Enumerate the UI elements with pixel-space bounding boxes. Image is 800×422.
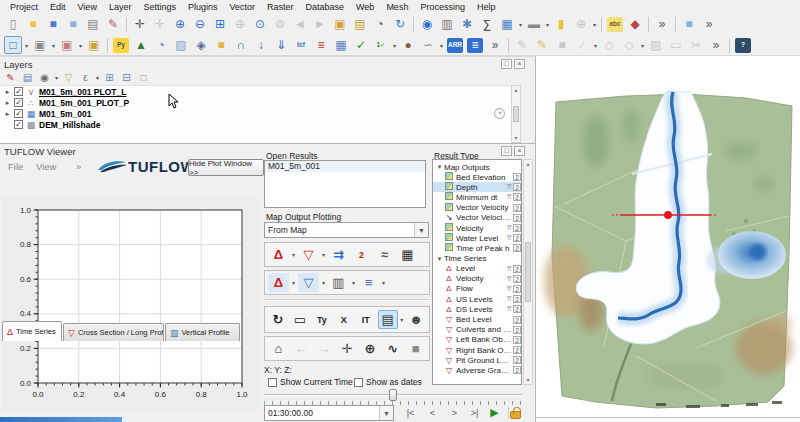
secondary-axis-badge[interactable]: 2 (513, 295, 521, 303)
axis-arrows-icon[interactable]: ⇈ (506, 305, 512, 313)
cut-features-button[interactable]: ✂ (687, 36, 705, 54)
plot-pan-button[interactable]: ✛ (337, 339, 358, 358)
layer-row-1[interactable]: ▸✓∨M01_5m_001 PLOT_L (0, 86, 521, 97)
zoom-to-selection-button[interactable]: ⊕ (231, 15, 249, 33)
tuflow-float-button[interactable]: □ (501, 146, 512, 156)
menu-item-edit[interactable]: Edit (44, 2, 72, 12)
toolbar-overflow-1-button[interactable]: » (653, 15, 671, 33)
datasource-manager-button[interactable]: ■ (680, 15, 698, 33)
deselect-all-button[interactable]: ▣ (58, 36, 76, 54)
secondary-axis-badge[interactable]: 2 (513, 275, 521, 283)
chevron-down-icon[interactable]: ▾ (350, 279, 357, 286)
play-button[interactable]: ▶ (486, 405, 503, 420)
freeze-axis-x-button[interactable]: X (334, 310, 354, 329)
tab-time-series[interactable]: ΔTime Series (2, 321, 62, 341)
result-item-left-bank-obvert[interactable]: ▽Left Bank Obvert2 (433, 335, 521, 345)
chevron-down-icon[interactable]: ▾ (53, 74, 60, 81)
secondary-axis-badge[interactable]: 2 (513, 214, 521, 222)
tree-group-time-series[interactable]: ▾Time Series (433, 254, 521, 264)
plot-save-button[interactable]: ■ (405, 339, 426, 358)
toolbar-overflow-3-button[interactable]: » (486, 36, 504, 54)
scrollbar-thumb[interactable] (513, 106, 519, 122)
tuflow-docs-button[interactable]: ≡ (467, 38, 483, 53)
profile-3d-plot-button[interactable]: ≡ (358, 273, 379, 292)
import-results-button[interactable]: ↓ (252, 36, 270, 54)
result-item-vector-velocity-ve[interactable]: ↘Vector Velocity Ve2 (433, 213, 521, 223)
chevron-down-icon[interactable]: ▾ (592, 42, 599, 49)
secondary-axis-badge[interactable]: 2 (513, 204, 521, 212)
zoom-in-button[interactable]: ⊕ (171, 15, 189, 33)
timeseries-plot-button[interactable]: Δ (268, 245, 289, 264)
collapse-all-button[interactable]: ⊟ (119, 71, 134, 85)
style-manager-button[interactable]: ✎ (104, 15, 122, 33)
identify-features-button[interactable]: ◉ (418, 15, 436, 33)
reimport-results-button[interactable]: ⇓ (272, 36, 290, 54)
curtain-plot-button[interactable]: ▦ (397, 245, 418, 264)
new-project-button[interactable]: ▯ (4, 15, 22, 33)
measure-line-button[interactable]: ▬ (525, 15, 543, 33)
vertical-profile-plot-button[interactable]: ▥ (328, 273, 349, 292)
chevron-down-icon[interactable]: ▾ (399, 316, 406, 323)
tab-cross-section-long-profile[interactable]: ▽Cross Section / Long Profile (63, 323, 164, 341)
tuflow-windows-button[interactable]: ▦ (332, 36, 350, 54)
map-output-plotting-combo[interactable]: From Map ▼ (264, 222, 429, 238)
secondary-axis-badge[interactable]: 2 (513, 265, 521, 273)
toggle-editing-button[interactable]: ✎ (533, 36, 551, 54)
manage-map-themes-button[interactable]: ◉ (37, 71, 52, 85)
save-project-as-button[interactable]: ■ (64, 15, 82, 33)
flux-plot-button[interactable]: ⇉ (328, 245, 349, 264)
time-first-button[interactable]: |< (402, 405, 419, 420)
legend-options-button[interactable]: ▤ (378, 310, 398, 329)
zoom-native-button[interactable]: ⊚ (271, 15, 289, 33)
layer-row-3[interactable]: ▸✓▦M01_5m_001 (0, 108, 521, 119)
result-item-right-bank-obvert[interactable]: ▽Right Bank Obvert2 (433, 345, 521, 355)
open-results-list[interactable]: M01_5m_001 (264, 160, 426, 208)
layer-visibility-checkbox[interactable]: ✓ (14, 87, 23, 96)
map-tips-button[interactable]: ▮ (552, 15, 570, 33)
tab-vertical-profile[interactable]: ▥Vertical Profile (165, 323, 240, 341)
result-item-minimum-dt[interactable]: Minimum dt⇈2 (433, 192, 521, 202)
menu-item-vector[interactable]: Vector (223, 2, 261, 12)
result-item-flow[interactable]: ΔFlow⇈2 (433, 284, 521, 294)
attachment-tool-button[interactable]: ∽ (419, 36, 437, 54)
zoom-out-button[interactable]: ⊖ (191, 15, 209, 33)
result-item-depth[interactable]: Depth⇈2 (433, 182, 521, 192)
processing-toolbox-button[interactable]: ✱ (458, 15, 476, 33)
secondary-axis-badge[interactable]: 2 (513, 224, 521, 232)
delete-selected-button[interactable]: ▭ (667, 36, 685, 54)
add-feature-button[interactable]: ∕ (573, 36, 591, 54)
axis-arrows-icon[interactable]: ⇈ (506, 224, 512, 232)
chevron-down-icon[interactable]: ▾ (290, 251, 297, 258)
chevron-down-icon[interactable]: ▾ (23, 42, 30, 49)
cross-section-depth-plot-button[interactable]: ▽ (298, 273, 319, 292)
expander-icon[interactable]: ▾ (435, 163, 444, 171)
layer-labeling-button[interactable]: abc (607, 17, 623, 32)
result-item-pit-ground-levels[interactable]: ▽Pit Ground Levels2 (433, 355, 521, 365)
timeseries-depth-plot-button[interactable]: Δ (268, 273, 289, 292)
toolbar-overflow-4-button[interactable]: » (707, 36, 725, 54)
decorations-button[interactable]: ◆ (626, 15, 644, 33)
lock-icon[interactable] (510, 411, 521, 419)
result-item-bed-level[interactable]: ▽Bed Level2 (433, 314, 521, 324)
freeze-axis-both-button[interactable]: IT (356, 310, 376, 329)
show-statistics-button[interactable]: ∑ (478, 15, 496, 33)
tuflow-close-button[interactable]: × (514, 146, 525, 156)
zoom-full-extent-button[interactable]: ⊞ (211, 15, 229, 33)
check-tuflow-button[interactable]: ✓ (352, 36, 370, 54)
layers-close-button[interactable]: × (514, 59, 525, 69)
check-1d-integrity-button[interactable]: 1✓ (372, 36, 390, 54)
new-bookmark-button[interactable]: ▣ (331, 15, 349, 33)
secondary-axis-badge[interactable]: 2 (513, 173, 521, 181)
axis-arrows-icon[interactable]: ⇈ (506, 275, 512, 283)
python-console-button[interactable]: Py (113, 38, 129, 53)
chevron-down-icon[interactable]: ▾ (77, 42, 84, 49)
expander-icon[interactable]: ▸ (3, 88, 12, 96)
result-item-ds-levels[interactable]: ΔDS Levels⇈2 (433, 304, 521, 314)
result-item-time-of-peak-h[interactable]: Time of Peak h2 (433, 243, 521, 253)
layer-visibility-checkbox[interactable]: ✓ (14, 109, 23, 118)
chevron-down-icon[interactable]: ▼ (379, 406, 393, 420)
secondary-axis-badge[interactable]: 2 (513, 346, 521, 354)
result-item-velocity[interactable]: Velocity⇈2 (433, 223, 521, 233)
filter-legend-button[interactable]: ▽ (61, 71, 76, 85)
show-as-dates-checkbox[interactable]: Show as dates (352, 377, 422, 387)
